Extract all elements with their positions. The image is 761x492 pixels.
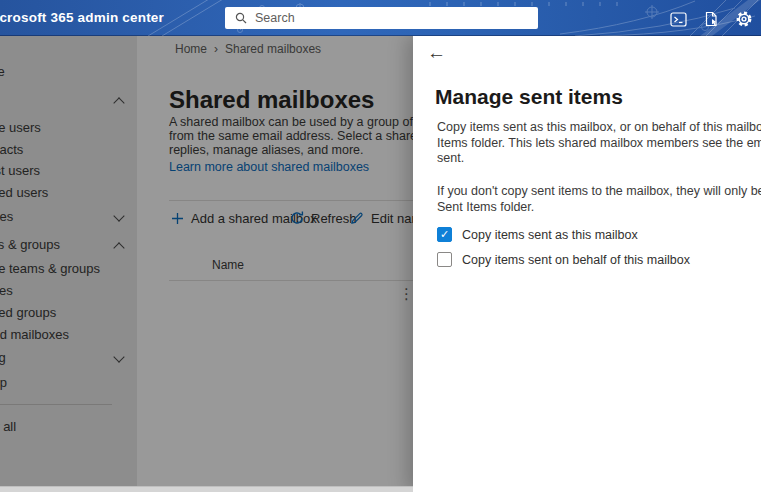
manage-sent-items-panel: ← Manage sent items Copy items sent as t… [413,36,761,492]
dim-overlay[interactable] [0,36,413,492]
horizontal-scrollbar[interactable] [0,486,413,492]
search-icon [235,12,247,24]
checkbox-copy-sent-on-behalf[interactable]: Copy items sent on behalf of this mailbo… [437,251,690,268]
checkbox-label: Copy items sent as this mailbox [462,228,638,242]
feedback-document-icon[interactable] [701,9,721,29]
panel-text-line: Copy items sent as this mailbox, or on b… [437,120,761,136]
app-title-link[interactable]: Microsoft 365 admin center [0,0,164,36]
checkbox-label: Copy items sent on behalf of this mailbo… [462,253,690,267]
panel-text-line: sent. [437,151,761,167]
checkbox-box[interactable] [437,252,452,267]
checkbox-copy-sent-as-mailbox[interactable]: Copy items sent as this mailbox [437,226,638,243]
back-arrow-icon[interactable]: ← [427,42,446,64]
search-input[interactable]: Search [225,7,538,29]
panel-text-line: Sent Items folder. [437,200,761,216]
panel-paragraph-1: Copy items sent as this mailbox, or on b… [437,120,761,167]
app-header: Microsoft 365 admin center Search [0,0,761,36]
panel-text-line: If you don't copy sent items to the mail… [437,184,761,200]
panel-title: Manage sent items [435,85,623,109]
app-window: Microsoft 365 admin center Search [0,0,761,492]
panel-paragraph-2: If you don't copy sent items to the mail… [437,184,761,215]
settings-gear-icon[interactable] [734,9,754,29]
checkbox-box[interactable] [437,227,452,242]
terminal-icon[interactable] [668,9,688,29]
search-placeholder: Search [255,11,295,25]
panel-text-line: Items folder. This lets shared mailbox m… [437,136,761,152]
